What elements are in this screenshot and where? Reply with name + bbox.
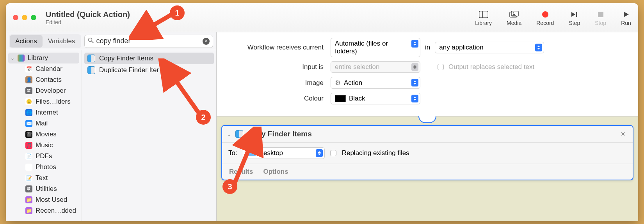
action-options-tab[interactable]: Options bbox=[263, 168, 288, 176]
tab-variables[interactable]: Variables bbox=[43, 35, 81, 48]
toolbar-stop-button: Stop bbox=[595, 11, 606, 26]
library-item[interactable]: ✉️Mail bbox=[16, 118, 79, 129]
image-value: Action bbox=[344, 79, 362, 87]
category-icon: 🛠 bbox=[25, 87, 32, 94]
category-icon: 📝 bbox=[25, 175, 32, 182]
sidebar-icon bbox=[479, 11, 489, 18]
clear-search-button[interactable]: ✕ bbox=[203, 38, 210, 45]
minimize-window-button[interactable] bbox=[22, 15, 27, 20]
library-item-label: Contacts bbox=[36, 76, 62, 84]
library-item[interactable]: 🎬Movies bbox=[16, 129, 79, 140]
svg-point-4 bbox=[513, 12, 514, 14]
library-icon bbox=[18, 55, 25, 62]
toolbar-step-label: Step bbox=[569, 20, 580, 26]
receives-value: Automatic (files or folders) bbox=[335, 40, 410, 55]
category-icon: 🌐 bbox=[25, 109, 32, 116]
svg-point-5 bbox=[542, 11, 548, 18]
receives-select[interactable]: Automatic (files or folders) bbox=[331, 38, 420, 57]
window-subtitle: Edited bbox=[46, 19, 130, 25]
close-action-button[interactable]: ✕ bbox=[618, 130, 628, 138]
toolbar-library-button[interactable]: Library bbox=[475, 11, 492, 26]
category-icon: 🎵 bbox=[25, 142, 32, 149]
in-application-select[interactable]: any application bbox=[435, 42, 544, 53]
workflow-config: Workflow receives current Automatic (fil… bbox=[217, 32, 638, 116]
in-word: in bbox=[425, 44, 430, 51]
toolbar-stop-label: Stop bbox=[595, 20, 606, 26]
annotation-arrow-3 bbox=[229, 127, 265, 189]
select-arrows-icon bbox=[411, 95, 418, 102]
svg-line-10 bbox=[137, 13, 174, 35]
library-item[interactable]: 📁Recen…dded bbox=[16, 205, 79, 216]
toolbar-run-button[interactable]: Run bbox=[621, 11, 631, 26]
library-item-label: Utilities bbox=[36, 185, 57, 193]
colour-label: Colour bbox=[224, 95, 326, 102]
library-root[interactable]: ⌄ Library bbox=[8, 53, 79, 63]
annotation-badge-2: 2 bbox=[196, 110, 211, 125]
library-item-label: PDFs bbox=[36, 152, 52, 160]
svg-line-11 bbox=[165, 65, 201, 116]
library-root-label: Library bbox=[28, 54, 48, 62]
library-item[interactable]: 👤Contacts bbox=[16, 74, 79, 85]
category-icon: 📅 bbox=[25, 65, 32, 72]
image-label: Image bbox=[224, 79, 326, 87]
svg-line-9 bbox=[92, 41, 93, 43]
colour-select[interactable]: Black bbox=[331, 93, 420, 104]
category-icon: 📁 bbox=[25, 207, 32, 214]
library-item[interactable]: 🌐Internet bbox=[16, 107, 79, 118]
image-select[interactable]: ⚙︎ Action bbox=[331, 77, 420, 89]
library-item[interactable]: 🖼Photos bbox=[16, 162, 79, 173]
toolbar-step-button[interactable]: Step bbox=[569, 11, 580, 26]
category-icon: 🖼 bbox=[25, 164, 32, 171]
category-icon: 📄 bbox=[25, 153, 32, 160]
library-item[interactable]: 📝Text bbox=[16, 173, 79, 183]
select-arrows-icon bbox=[411, 63, 418, 71]
workflow-canvas[interactable]: ⌄ Copy Finder Items ✕ To: Desktop bbox=[217, 116, 638, 221]
library-tree[interactable]: ⌄ Library 📅Calendar👤Contacts🛠Developer🙂F… bbox=[6, 50, 82, 221]
category-icon: 🎬 bbox=[25, 131, 32, 138]
window-title: Untitled (Quick Action) bbox=[46, 10, 130, 19]
select-arrows-icon bbox=[411, 40, 418, 48]
play-icon bbox=[621, 11, 631, 18]
library-item[interactable]: 📁Most Used bbox=[16, 194, 79, 205]
library-item[interactable]: 🛠Utilities bbox=[16, 183, 79, 194]
library-item-label: Movies bbox=[36, 131, 57, 138]
category-icon: 🙂 bbox=[25, 98, 32, 105]
svg-rect-6 bbox=[576, 12, 577, 17]
replacing-checkbox[interactable] bbox=[330, 150, 336, 156]
toolbar-media-button[interactable]: Media bbox=[507, 11, 521, 26]
toolbar-record-button[interactable]: Record bbox=[536, 11, 554, 26]
input-is-value: entire selection bbox=[335, 63, 379, 71]
library-item[interactable]: 📄PDFs bbox=[16, 151, 79, 162]
automator-window: Untitled (Quick Action) Edited Library M… bbox=[6, 3, 638, 221]
library-item-label: Recen…dded bbox=[36, 207, 76, 215]
svg-line-12 bbox=[234, 132, 256, 184]
library-item[interactable]: 🎵Music bbox=[16, 140, 79, 151]
library-item-label: Photos bbox=[36, 163, 56, 171]
select-arrows-icon bbox=[316, 149, 323, 157]
stop-icon bbox=[596, 11, 606, 18]
category-icon: 📁 bbox=[25, 196, 32, 203]
finder-icon bbox=[87, 55, 95, 62]
input-is-select: entire selection bbox=[331, 61, 420, 73]
svg-rect-0 bbox=[479, 11, 488, 18]
action-card-copy-finder-items[interactable]: ⌄ Copy Finder Items ✕ To: Desktop bbox=[221, 125, 633, 180]
library-item-label: Developer bbox=[36, 87, 66, 95]
library-item[interactable]: 🙂Files…lders bbox=[16, 96, 79, 107]
tab-actions[interactable]: Actions bbox=[10, 35, 43, 48]
window-controls bbox=[13, 15, 36, 20]
titlebar: Untitled (Quick Action) Edited Library M… bbox=[6, 3, 638, 32]
library-item-label: Files…lders bbox=[36, 98, 71, 106]
annotation-badge-3: 3 bbox=[222, 179, 237, 194]
record-icon bbox=[540, 11, 550, 18]
library-item-label: Mail bbox=[36, 120, 48, 127]
chevron-down-icon: ⌄ bbox=[11, 55, 14, 61]
close-window-button[interactable] bbox=[13, 15, 18, 20]
in-value: any application bbox=[439, 44, 483, 51]
library-item[interactable]: 📅Calendar bbox=[16, 63, 79, 74]
select-arrows-icon bbox=[411, 79, 418, 86]
gear-icon: ⚙︎ bbox=[335, 79, 341, 87]
zoom-window-button[interactable] bbox=[31, 15, 36, 20]
toolbar-run-label: Run bbox=[621, 20, 631, 26]
result-label: Duplicate Finder Iter bbox=[99, 66, 159, 74]
library-item[interactable]: 🛠Developer bbox=[16, 85, 79, 96]
